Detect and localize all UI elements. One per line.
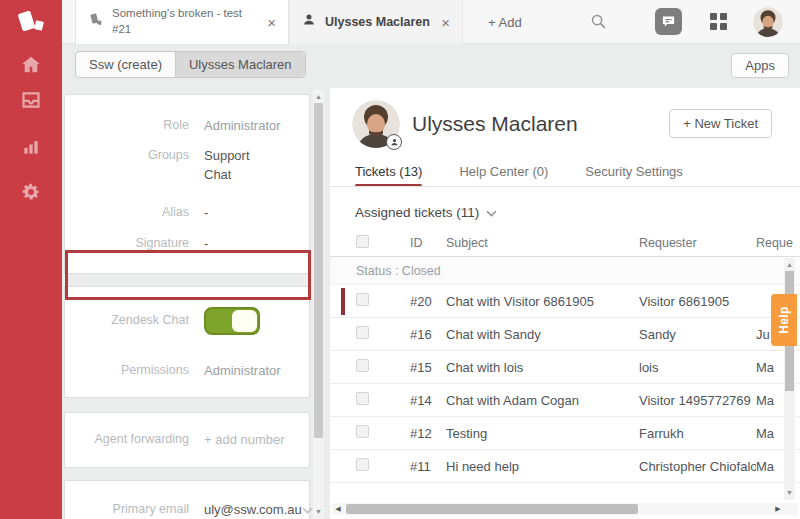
scroll-up-arrow-icon[interactable]: ▲ [784,259,795,271]
table-row[interactable]: #11 Hi need help Christopher Chiofalo Ma [330,450,800,483]
ticket-id[interactable]: #20 [410,294,446,309]
scrollbar-thumb[interactable] [346,504,638,514]
status-group-row: Status : Closed [330,258,800,285]
ticket-rows: #20 Chat with Visitor 6861905 Visitor 68… [330,285,800,483]
user-type-badge-icon [386,134,402,150]
close-icon[interactable]: × [267,15,276,30]
row-checkbox[interactable] [356,425,369,438]
add-tab-button[interactable]: + Add [488,0,522,44]
ticket-requester: Sandy [639,327,756,342]
user-detail-panel: Ulysses Maclaren + New Ticket Tickets (1… [330,88,800,519]
ticket-requester: Christopher Chiofalo [639,459,756,474]
ticket-tab-label: Something's broken - test #21 [112,6,254,37]
table-row[interactable]: #15 Chat with lois lois Ma [330,351,800,384]
scroll-left-arrow-icon[interactable]: ◀ [332,503,344,515]
row-checkbox[interactable] [356,359,369,372]
assigned-tickets-heading[interactable]: Assigned tickets (11) [355,205,497,220]
user-avatar[interactable] [753,7,783,37]
scroll-right-arrow-icon[interactable]: ▶ [772,503,784,515]
row-highlight-marker [341,288,345,315]
ticket-tab-icon [88,12,104,32]
toggle-knob [232,310,257,332]
permissions-value: Administrator [204,361,281,381]
help-tab-button[interactable]: Help [771,294,797,346]
groups-value: Support Chat [204,146,250,185]
ticket-id[interactable]: #12 [410,426,446,441]
views-icon[interactable] [0,90,62,110]
chevron-down-icon[interactable] [302,500,313,518]
column-requested[interactable]: Reque [756,236,800,250]
table-horizontal-scrollbar[interactable]: ◀ ▶ [332,503,798,515]
add-number-link[interactable]: + add number [204,430,285,450]
scroll-down-arrow-icon[interactable]: ▼ [313,506,324,518]
table-row[interactable]: #20 Chat with Visitor 6861905 Visitor 68… [330,285,800,318]
agent-forwarding-label: Agent forwarding [65,430,189,450]
table-header: ID Subject Requester Reque [330,229,800,257]
top-tab-bar: Something's broken - test #21 × Ulysses … [62,0,800,44]
ticket-subject[interactable]: Chat with lois [446,360,639,375]
ticket-requester: Visitor 6861905 [639,294,756,309]
role-label: Role [65,116,189,136]
new-ticket-button[interactable]: + New Ticket [669,109,772,138]
table-row[interactable]: #14 Chat with Adam Cogan Visitor 1495772… [330,384,800,417]
ticket-requester: lois [639,360,756,375]
user-tab[interactable]: Ulysses Maclaren × [289,0,463,44]
left-panel-scrollbar[interactable]: ▲ ▼ [313,90,324,519]
search-icon[interactable] [590,13,607,34]
row-checkbox[interactable] [356,458,369,471]
zendesk-logo-icon [0,12,62,30]
person-icon [302,13,316,31]
chat-permissions-card: Zendesk Chat Permissions Administrator [64,286,310,399]
zendesk-chat-toggle[interactable] [204,307,260,335]
role-value: Administrator [204,116,281,136]
permissions-label: Permissions [65,361,189,381]
ticket-subject[interactable]: Chat with Sandy [446,327,639,342]
signature-value[interactable]: - [204,234,208,254]
breadcrumb-item-ssw[interactable]: Ssw (create) [76,52,175,77]
ticket-requester: Visitor 1495772769 [639,393,756,408]
page-title: Ulysses Maclaren [412,112,578,136]
ticket-subject[interactable]: Testing [446,426,639,441]
zendesk-chat-label: Zendesk Chat [65,311,189,330]
ticket-subject[interactable]: Chat with Adam Cogan [446,393,639,408]
signature-label: Signature [65,234,189,254]
apps-button[interactable]: Apps [731,53,789,78]
breadcrumb: Ssw (create) Ulysses Maclaren [75,51,306,78]
ticket-id[interactable]: #16 [410,327,446,342]
ticket-subject[interactable]: Chat with Visitor 6861905 [446,294,639,309]
breadcrumb-item-user[interactable]: Ulysses Maclaren [175,52,305,77]
column-id[interactable]: ID [410,236,446,250]
profile-card: Role Administrator Groups Support Chat A… [64,94,310,274]
settings-gear-icon[interactable] [0,182,62,202]
ticket-tab[interactable]: Something's broken - test #21 × [75,0,289,44]
primary-email-label: Primary email [65,500,189,519]
ticket-id[interactable]: #11 [410,459,446,474]
contact-card: Primary email uly@ssw.com.au Phone +6141… [64,480,310,519]
alias-value[interactable]: - [204,203,208,223]
select-all-checkbox[interactable] [356,235,369,248]
column-subject[interactable]: Subject [446,236,639,250]
chat-widget-icon[interactable] [655,8,682,35]
close-icon[interactable]: × [441,15,450,30]
user-profile-panel: Role Administrator Groups Support Chat A… [62,88,330,519]
primary-email-value[interactable]: uly@ssw.com.au [204,500,302,519]
reports-icon[interactable] [0,137,62,157]
scrollbar-thumb[interactable] [314,103,323,438]
column-requester[interactable]: Requester [639,236,756,250]
row-checkbox[interactable] [356,293,369,306]
table-row[interactable]: #12 Testing Farrukh Ma [330,417,800,450]
ticket-subject[interactable]: Hi need help [446,459,639,474]
row-checkbox[interactable] [356,326,369,339]
groups-label: Groups [65,146,189,185]
row-checkbox[interactable] [356,392,369,405]
scroll-down-arrow-icon[interactable]: ▼ [784,487,795,499]
app-sidebar [0,0,62,519]
scroll-up-arrow-icon[interactable]: ▲ [313,91,324,103]
ticket-id[interactable]: #15 [410,360,446,375]
ticket-id[interactable]: #14 [410,393,446,408]
alias-label: Alias [65,203,189,223]
table-row[interactable]: #16 Chat with Sandy Sandy Ju [330,318,800,351]
home-icon[interactable] [0,54,62,76]
apps-grid-icon[interactable] [710,13,727,30]
chevron-down-icon [486,205,497,220]
